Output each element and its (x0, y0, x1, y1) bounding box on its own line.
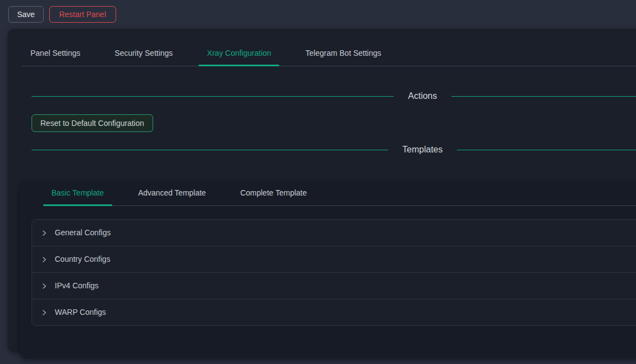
chevron-right-icon (41, 230, 48, 236)
restart-panel-button[interactable]: Restart Panel (49, 6, 116, 23)
tab-panel-settings[interactable]: Panel Settings (22, 41, 88, 66)
reset-to-default-button[interactable]: Reset to Default Configuration (32, 114, 153, 132)
collapse-item-country-configs: Country Configs (32, 246, 636, 272)
chevron-right-icon (41, 283, 48, 289)
settings-card: Panel Settings Security Settings Xray Co… (8, 29, 636, 352)
divider-line (457, 150, 636, 150)
divider-line (451, 96, 636, 97)
settings-tabs: Panel Settings Security Settings Xray Co… (22, 41, 636, 66)
top-action-bar: Save Restart Panel (0, 0, 636, 29)
template-config-collapse: General Configs Country Configs (32, 219, 636, 326)
tab-complete-template[interactable]: Complete Template (232, 181, 315, 205)
collapse-item-label: General Configs (55, 227, 111, 239)
templates-divider: Templates (32, 144, 636, 156)
chevron-right-icon (41, 309, 48, 316)
chevron-right-icon (41, 256, 48, 263)
template-tabs: Basic Template Advanced Template Complet… (43, 181, 636, 206)
xray-configuration-panel: Actions Reset to Default Configuration T… (8, 90, 636, 358)
divider-line (32, 96, 394, 97)
actions-divider-label: Actions (394, 91, 451, 101)
country-configs-header[interactable]: Country Configs (32, 246, 636, 272)
warp-configs-header[interactable]: WARP Configs (32, 299, 636, 325)
tab-security-settings[interactable]: Security Settings (106, 41, 181, 66)
divider-line (32, 150, 388, 150)
collapse-item-label: IPv4 Configs (55, 280, 98, 292)
ipv4-configs-header[interactable]: IPv4 Configs (32, 273, 636, 299)
collapse-item-label: WARP Configs (55, 307, 106, 318)
collapse-item-warp-configs: WARP Configs (32, 299, 636, 325)
tab-telegram-bot-settings[interactable]: Telegram Bot Settings (297, 41, 389, 66)
collapse-item-ipv4-configs: IPv4 Configs (32, 272, 636, 299)
save-button[interactable]: Save (8, 6, 44, 23)
general-configs-header[interactable]: General Configs (32, 220, 636, 246)
templates-divider-label: Templates (388, 145, 457, 155)
tab-advanced-template[interactable]: Advanced Template (130, 181, 215, 205)
templates-card: Basic Template Advanced Template Complet… (20, 181, 636, 358)
tab-xray-configuration[interactable]: Xray Configuration (199, 41, 279, 66)
collapse-item-general-configs: General Configs (32, 220, 636, 246)
actions-divider: Actions (32, 90, 636, 102)
collapse-item-label: Country Configs (55, 254, 110, 265)
tab-basic-template[interactable]: Basic Template (43, 181, 112, 205)
